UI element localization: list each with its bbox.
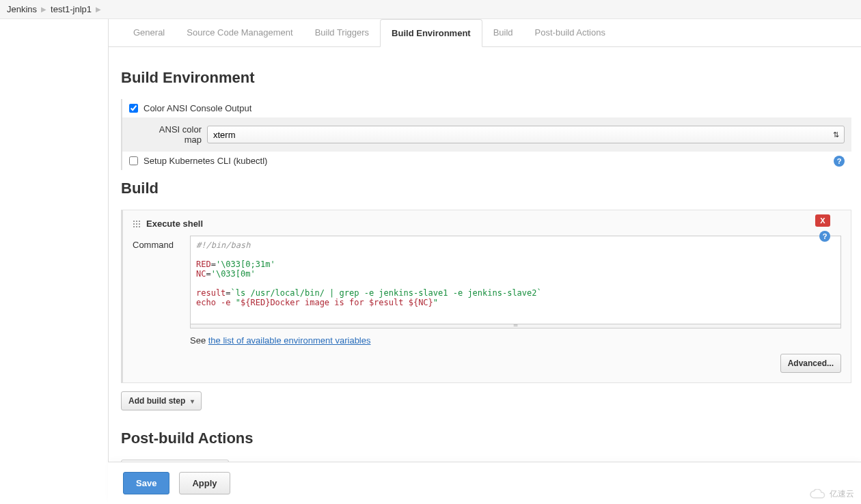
build-step-execute-shell: X ? Execute shell Command #!/bin/bash RE… [121,210,851,383]
command-editor[interactable]: #!/bin/bash RED='\033[0;31m' NC='\033[0m… [190,236,841,324]
option-kubectl: Setup Kubernetes CLI (kubectl) ? [122,152,851,170]
post-build-heading: Post-build Actions [121,430,851,447]
build-environment-heading: Build Environment [121,69,851,87]
help-icon[interactable]: ? [834,156,845,167]
footer-bar: Save Apply [108,462,861,504]
add-build-step-button[interactable]: Add build step [121,391,202,410]
tab-post-build[interactable]: Post-build Actions [524,19,616,46]
breadcrumb-item[interactable]: Jenkins [7,4,37,14]
breadcrumb: Jenkins ▶ test1-jnlp1 ▶ [0,0,861,19]
chevron-right-icon: ▶ [96,5,101,13]
ansi-map-select[interactable]: xterm [207,126,845,143]
ansi-map-label: ANSI color map [143,124,202,145]
step-title: Execute shell [146,219,203,229]
build-env-options: Color ANSI Console Output ANSI color map… [121,99,851,170]
command-label: Command [133,236,180,250]
advanced-button[interactable]: Advanced... [780,354,841,373]
tab-triggers[interactable]: Build Triggers [304,19,380,46]
ansi-color-map-row: ANSI color map xterm ⇅ [122,117,851,152]
build-heading: Build [121,180,851,197]
tab-build[interactable]: Build [482,19,524,46]
option-color-ansi: Color ANSI Console Output [122,99,851,117]
cloud-icon [809,489,827,500]
sidebar [0,19,108,504]
watermark: 亿速云 [809,488,854,500]
save-button[interactable]: Save [123,472,169,494]
color-ansi-checkbox[interactable] [129,104,138,113]
chevron-right-icon: ▶ [41,5,46,13]
kubectl-checkbox[interactable] [129,156,138,165]
help-icon[interactable]: ? [819,231,830,242]
drag-handle-icon[interactable] [133,220,141,228]
kubectl-label: Setup Kubernetes CLI (kubectl) [144,156,267,166]
tab-build-environment[interactable]: Build Environment [380,19,482,47]
breadcrumb-item[interactable]: test1-jnlp1 [51,4,92,14]
tab-scm[interactable]: Source Code Management [176,19,303,46]
resize-handle[interactable]: ═ [190,324,841,328]
apply-button[interactable]: Apply [179,472,230,494]
ansi-map-select-wrap: xterm ⇅ [207,126,845,143]
tab-general[interactable]: General [122,19,176,46]
main-content: General Source Code Management Build Tri… [108,19,861,504]
delete-step-button[interactable]: X [815,214,830,227]
env-vars-link[interactable]: the list of available environment variab… [208,335,371,346]
tabs: General Source Code Management Build Tri… [109,19,861,47]
color-ansi-label: Color ANSI Console Output [144,103,251,113]
env-vars-hint: See the list of available environment va… [190,335,841,346]
